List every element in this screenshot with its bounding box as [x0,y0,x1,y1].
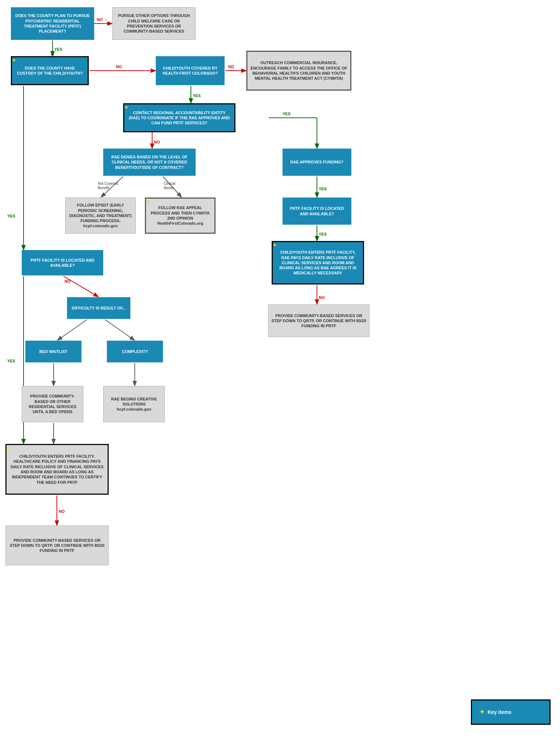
star-icon-1: ✦ [12,57,16,64]
node-rae-appeal: FOLLOW RAE APPEAL PROCESS AND THEN CYMHT… [145,198,216,234]
svg-text:YES: YES [54,47,62,51]
star-icon-4: ✦ [272,242,277,249]
node-rae-creative: RAE BEGINS CREATIVE SOLUTIONS hcpf.color… [103,386,165,422]
svg-text:NO: NO [64,279,71,283]
svg-line-30 [58,320,87,340]
flowchart: NO → YES NO NO YES NO YES Not Covered Be… [0,0,560,748]
svg-line-16 [101,176,123,197]
svg-line-28 [63,276,98,296]
node-county-custody: DOES THE COUNTY HAVE CUSTODY OF THE CHIL… [11,56,89,85]
node-hfc-covered: CHILD/YOUTH COVERED BY HEALTH FIRST COLO… [156,56,225,85]
node-difficulty: DIFFICULTY IS RESULT OF... [67,297,130,319]
svg-text:NO: NO [154,140,160,144]
svg-text:YES: YES [7,359,15,363]
svg-text:Not Covered: Not Covered [98,182,118,186]
key-items-star: ✦ [479,708,485,716]
svg-text:YES: YES [7,214,15,218]
node-complexity: COMPLEXITY [107,341,163,362]
svg-line-19 [163,176,181,197]
svg-text:NO: NO [319,295,325,300]
svg-text:YES: YES [283,112,291,116]
star-icon-5: ✦ [6,445,11,452]
node-contact-rae: CONTACT REGIONAL ACCOUNTABILITY ENTITY (… [123,103,235,132]
node-follow-epsdt: FOLLOW EPSDT (EARLY PERIODIC SCREENING, … [65,198,136,234]
node-rae-denies: RAE DENIES BASED ON THE LEVEL OF CLINICA… [103,149,196,176]
star-icon-2: ✦ [124,104,129,111]
key-items-box: ✦ Key items [471,699,551,725]
star-icon-3: ✦ [146,198,150,205]
svg-line-31 [105,320,134,340]
svg-text:YES: YES [319,187,327,191]
svg-text:Needs: Needs [164,186,174,190]
node-enter-prtf-hcpf: CHILD/YOUTH ENTERS PRTF FACILITY. HEALTH… [5,444,109,495]
svg-text:Clinical: Clinical [164,182,175,186]
key-items-label: Key items [488,709,511,715]
node-prtf-located-right: PRTF FACILITY IS LOCATED AND AVAILABLE? [283,198,351,225]
svg-text:Benefit: Benefit [98,186,109,190]
svg-text:NO: NO [228,65,234,69]
svg-text:NO →: NO → [97,17,108,22]
node-outreach-commercial: OUTREACH COMMERCIAL INSURANCE, ENCOURAGE… [246,51,351,91]
arrows-svg: NO → YES NO NO YES NO YES Not Covered Be… [0,0,560,748]
node-bed-waitlist: BED WAITLIST [25,341,82,362]
node-community-based-rae: PROVIDE COMMUNITY-BASED SERVICES OR STEP… [268,304,369,337]
node-community-based-waitlist: PROVIDE COMMUNITY-BASED OR OTHER RESIDEN… [22,386,83,422]
node-community-final: PROVIDE COMMUNITY-BASED SERVICES OR STEP… [5,525,109,565]
svg-text:YES: YES [319,232,327,236]
node-prtf-located-left: PRTF FACILITY IS LOCATED AND AVAILABLE? [22,250,103,275]
node-pursue-other: PURSUE OTHER OPTIONS THROUGH CHILD WELFA… [112,7,196,40]
node-enter-prtf-rae: CHILD/YOUTH ENTERS PRTF FACILITY, RAE PA… [272,241,364,284]
node-county-plan: DOES THE COUNTY PLAN TO PURSUE PSYCHIATR… [11,7,94,40]
svg-text:YES: YES [193,94,201,98]
node-rae-approves: RAE APPROVES FUNDING? [283,149,351,176]
svg-text:NO: NO [59,509,65,514]
svg-text:NO: NO [116,65,122,69]
